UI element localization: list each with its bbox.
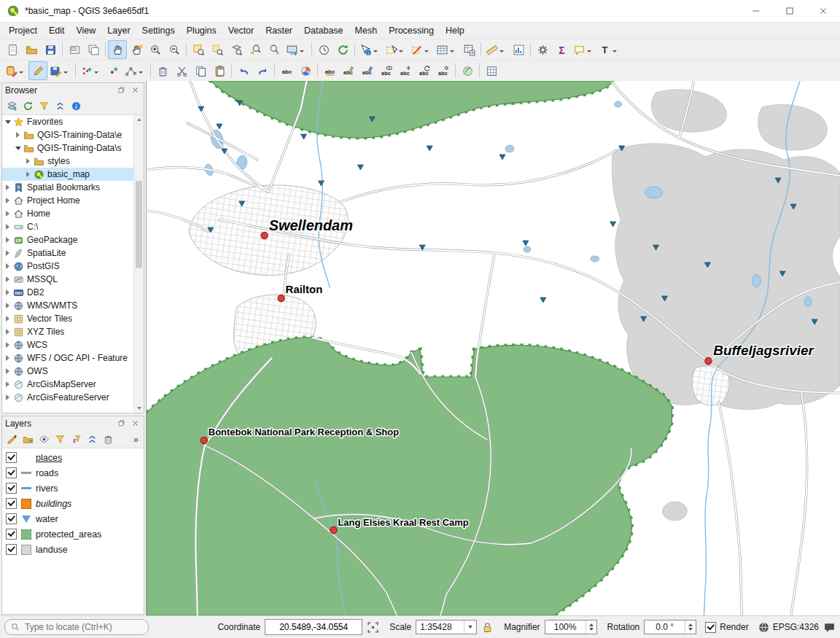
processing-toolbox-button[interactable]: Σ bbox=[552, 40, 571, 59]
browser-item-styles[interactable]: styles bbox=[2, 155, 134, 168]
layer-visibility-checkbox[interactable] bbox=[6, 467, 17, 478]
undo-button[interactable] bbox=[234, 61, 253, 80]
expander-icon[interactable] bbox=[4, 184, 12, 192]
browser-item-basic-map[interactable]: basic_map bbox=[2, 168, 134, 181]
expander-icon[interactable] bbox=[4, 210, 12, 218]
layer-visibility-checkbox[interactable] bbox=[6, 498, 17, 509]
expander-icon[interactable] bbox=[14, 131, 22, 139]
zoom-to-layer-button[interactable] bbox=[227, 40, 246, 59]
expander-icon[interactable] bbox=[24, 157, 32, 166]
copy-features-button[interactable] bbox=[191, 61, 210, 80]
metasearch-button[interactable] bbox=[482, 61, 501, 80]
messages-icon[interactable] bbox=[823, 621, 836, 634]
map-tips-button[interactable] bbox=[571, 40, 596, 59]
expander-icon[interactable] bbox=[4, 223, 12, 231]
maximize-button[interactable] bbox=[773, 0, 806, 22]
filter-browser-button[interactable] bbox=[36, 98, 51, 113]
rotation-spin[interactable]: 0.0 ° bbox=[644, 620, 696, 634]
paste-features-button[interactable] bbox=[210, 61, 229, 80]
map-canvas[interactable]: SwellendamRailtonBuffeljagsrivierBontebo… bbox=[146, 81, 840, 615]
expand-collapse-all-button[interactable] bbox=[85, 432, 99, 446]
expander-icon[interactable] bbox=[4, 328, 12, 336]
coordinate-input[interactable] bbox=[265, 619, 362, 635]
crs-indicator[interactable]: EPSG:4326 bbox=[758, 621, 819, 634]
more-tools-chevron[interactable]: » bbox=[133, 434, 141, 445]
close-button[interactable] bbox=[806, 0, 840, 22]
expander-icon[interactable] bbox=[4, 276, 12, 284]
open-project-button[interactable] bbox=[22, 40, 41, 59]
magnifier-spin-arrows[interactable] bbox=[586, 621, 596, 634]
open-layer-styling-button[interactable] bbox=[4, 432, 19, 446]
delete-selected-button[interactable] bbox=[153, 61, 172, 80]
menu-database[interactable]: Database bbox=[298, 23, 349, 38]
browser-item-postgis[interactable]: PostGIS bbox=[2, 260, 134, 273]
browser-item-geopackage[interactable]: GPGeoPackage bbox=[2, 233, 134, 246]
field-calculator-button[interactable]: + bbox=[459, 40, 478, 59]
add-point-feature-button[interactable] bbox=[104, 61, 122, 80]
expander-icon[interactable] bbox=[4, 197, 12, 205]
browser-item-mssql[interactable]: MSSQL bbox=[2, 273, 134, 286]
expander-icon[interactable] bbox=[14, 144, 22, 152]
data-source-manager-button[interactable] bbox=[533, 40, 552, 59]
layer-item-water[interactable]: water bbox=[2, 511, 144, 526]
expander-icon[interactable] bbox=[4, 236, 12, 244]
browser-scrollbar[interactable] bbox=[133, 115, 144, 413]
extent-toggle-icon[interactable] bbox=[367, 621, 379, 634]
collapse-all-button[interactable] bbox=[52, 98, 67, 113]
current-edits-button[interactable] bbox=[3, 61, 28, 80]
scale-dropdown-arrow[interactable] bbox=[464, 621, 476, 634]
toggle-editing-button[interactable] bbox=[28, 61, 47, 80]
expander-icon[interactable] bbox=[4, 302, 12, 310]
browser-item-favorites[interactable]: Favorites bbox=[2, 115, 134, 128]
browser-item-wfs-ogc-api-feature[interactable]: WFS / OGC API - Feature bbox=[2, 351, 134, 365]
new-print-layout-button[interactable] bbox=[65, 40, 84, 59]
close-browser-button[interactable] bbox=[129, 85, 141, 96]
zoom-last-button[interactable] bbox=[246, 40, 265, 59]
zoom-to-selection-button[interactable] bbox=[208, 40, 227, 59]
scale-combo[interactable]: 1:35428 bbox=[416, 620, 477, 634]
change-label-properties-button[interactable]: abc bbox=[434, 61, 453, 80]
expander-icon[interactable] bbox=[4, 354, 12, 362]
scroll-up-arrow[interactable] bbox=[134, 115, 144, 124]
menu-settings[interactable]: Settings bbox=[136, 23, 181, 38]
highlight-pinned-labels-button[interactable]: abc bbox=[339, 61, 358, 80]
locate-input[interactable] bbox=[23, 621, 142, 633]
expander-icon[interactable] bbox=[4, 394, 12, 402]
cut-features-button[interactable] bbox=[172, 61, 191, 80]
rotate-label-button[interactable]: abc bbox=[415, 61, 434, 80]
expander-icon[interactable] bbox=[4, 367, 12, 376]
layer-diagram-options-button[interactable] bbox=[296, 61, 315, 80]
remove-layer-button[interactable] bbox=[101, 432, 115, 446]
add-group-button[interactable] bbox=[20, 432, 35, 446]
expander-icon[interactable] bbox=[4, 341, 12, 349]
move-label-button[interactable]: abc bbox=[396, 61, 415, 80]
expander-icon[interactable] bbox=[4, 315, 12, 323]
layer-visibility-checkbox[interactable] bbox=[6, 483, 17, 494]
digitize-with-segment-button[interactable] bbox=[78, 61, 104, 80]
new-map-view-button[interactable] bbox=[284, 40, 309, 59]
browser-item-home[interactable]: Home bbox=[2, 207, 134, 220]
layer-visibility-checkbox[interactable] bbox=[6, 544, 17, 555]
browser-item-spatialite[interactable]: SpatiaLite bbox=[2, 246, 134, 260]
menu-view[interactable]: View bbox=[70, 23, 101, 38]
statistical-summary-button[interactable] bbox=[509, 40, 528, 59]
browser-item-arcgismapserver[interactable]: ArcGisMapServer bbox=[2, 378, 134, 391]
pan-to-selection-button[interactable] bbox=[127, 40, 146, 59]
select-features-button[interactable] bbox=[383, 40, 408, 59]
deselect-features-button[interactable] bbox=[408, 40, 434, 59]
refresh-map-button[interactable] bbox=[333, 40, 352, 59]
label-toolbar-single-button[interactable]: abc bbox=[320, 61, 339, 80]
browser-item-project-home[interactable]: Project Home bbox=[2, 194, 134, 207]
layer-item-landuse[interactable]: landuse bbox=[2, 542, 144, 557]
close-layers-button[interactable] bbox=[129, 419, 141, 429]
menu-edit[interactable]: Edit bbox=[43, 23, 71, 38]
locate-box[interactable] bbox=[4, 619, 149, 635]
undock-browser-button[interactable] bbox=[115, 85, 127, 96]
menu-help[interactable]: Help bbox=[440, 23, 470, 38]
browser-item-arcgisfeatureserver[interactable]: ArcGisFeatureServer bbox=[2, 391, 134, 404]
new-project-button[interactable] bbox=[3, 40, 22, 59]
open-attribute-table-button[interactable] bbox=[434, 40, 459, 59]
menu-mesh[interactable]: Mesh bbox=[349, 23, 384, 38]
add-selected-layers-button[interactable] bbox=[4, 98, 19, 113]
pin-unpin-labels-button[interactable]: abc bbox=[358, 61, 377, 80]
